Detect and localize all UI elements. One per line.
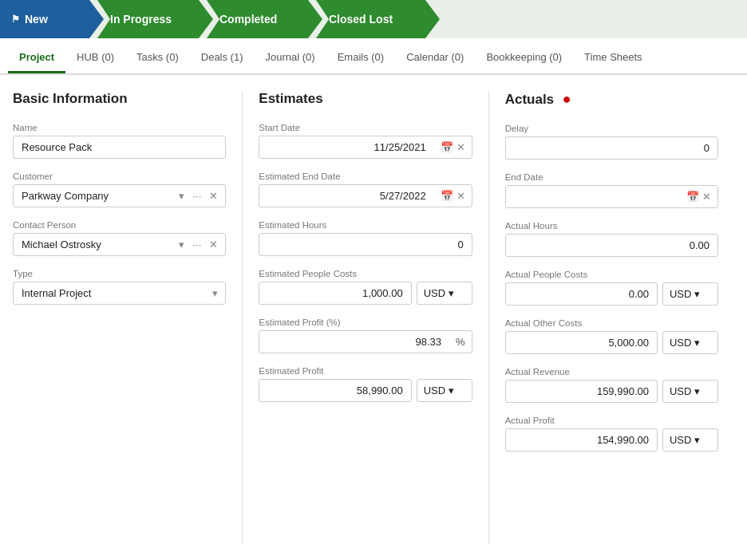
basic-info-section: Basic Information Name Customer ▾ ··· ✕ … xyxy=(13,91,242,544)
contact-ellipsis-icon[interactable]: ··· xyxy=(190,237,204,252)
est-people-costs-currency-value: USD xyxy=(424,287,445,299)
est-profit-pct-row: % xyxy=(259,330,472,353)
est-end-date-group: Estimated End Date 📅 ✕ xyxy=(259,172,472,207)
contact-actions: ▾ ··· ✕ xyxy=(172,237,225,252)
actual-profit-row: USD ▾ xyxy=(505,428,718,452)
customer-close-icon[interactable]: ✕ xyxy=(207,188,220,203)
est-profit-currency[interactable]: USD ▾ xyxy=(417,379,472,402)
end-date-close-icon[interactable]: ✕ xyxy=(702,191,711,203)
actual-other-costs-chevron-icon: ▾ xyxy=(694,337,700,349)
status-closedlost-label: Closed Lost xyxy=(329,13,393,26)
actual-profit-input[interactable] xyxy=(505,428,658,452)
est-people-costs-currency[interactable]: USD ▾ xyxy=(417,282,472,305)
flag-icon: ⚑ xyxy=(11,14,20,25)
actual-people-costs-group: Actual People Costs USD ▾ xyxy=(505,270,718,306)
est-hours-input[interactable] xyxy=(259,233,472,256)
actual-hours-input[interactable] xyxy=(505,234,718,257)
delay-label: Delay xyxy=(505,124,718,133)
actual-people-costs-label: Actual People Costs xyxy=(505,270,718,279)
est-profit-currency-value: USD xyxy=(424,385,445,396)
actual-profit-group: Actual Profit USD ▾ xyxy=(505,416,718,452)
est-people-costs-label: Estimated People Costs xyxy=(259,269,472,278)
start-date-group: Start Date 📅 ✕ xyxy=(259,123,472,159)
contact-label: Contact Person xyxy=(13,220,226,230)
actual-hours-group: Actual Hours xyxy=(505,221,718,257)
est-profit-row: USD ▾ xyxy=(259,379,472,402)
est-profit-pct-label: Estimated Profit (%) xyxy=(259,317,472,327)
delay-input[interactable] xyxy=(505,136,718,160)
start-date-icons: 📅 ✕ xyxy=(434,141,472,153)
status-new-label: New xyxy=(25,13,48,26)
actual-profit-currency[interactable]: USD ▾ xyxy=(662,428,718,452)
est-end-date-close-icon[interactable]: ✕ xyxy=(457,190,465,202)
actual-revenue-input[interactable] xyxy=(505,380,658,403)
customer-label: Customer xyxy=(13,172,226,181)
tab-hub[interactable]: HUB (0) xyxy=(65,43,125,73)
customer-input[interactable] xyxy=(14,185,172,207)
tab-journal[interactable]: Journal (0) xyxy=(255,43,326,73)
actual-other-costs-currency[interactable]: USD ▾ xyxy=(662,331,718,354)
end-date-input[interactable] xyxy=(506,186,680,207)
customer-chevron-icon[interactable]: ▾ xyxy=(176,188,187,203)
actual-people-costs-currency[interactable]: USD ▾ xyxy=(662,282,718,306)
customer-input-wrapper: ▾ ··· ✕ xyxy=(13,184,226,207)
actual-other-costs-input[interactable] xyxy=(505,331,658,354)
actual-revenue-currency-value: USD xyxy=(670,385,691,397)
est-profit-pct-group: Estimated Profit (%) % xyxy=(259,317,472,353)
est-people-costs-chevron-icon: ▾ xyxy=(449,287,454,299)
est-end-date-input[interactable] xyxy=(259,185,433,207)
actual-people-costs-chevron-icon: ▾ xyxy=(694,288,700,300)
actual-revenue-row: USD ▾ xyxy=(505,380,718,403)
est-end-date-calendar-icon[interactable]: 📅 xyxy=(441,190,453,202)
name-label: Name xyxy=(13,123,226,132)
est-people-costs-group: Estimated People Costs USD ▾ xyxy=(259,269,472,305)
status-closedlost[interactable]: Closed Lost xyxy=(316,0,440,38)
est-people-costs-row: USD ▾ xyxy=(259,282,472,305)
end-date-group: End Date 📅 ✕ xyxy=(505,172,718,208)
start-date-input[interactable] xyxy=(259,136,433,158)
actual-other-costs-currency-value: USD xyxy=(670,337,691,349)
start-date-close-icon[interactable]: ✕ xyxy=(457,141,465,153)
end-date-label: End Date xyxy=(505,172,718,182)
customer-ellipsis-icon[interactable]: ··· xyxy=(190,188,204,203)
tab-tasks[interactable]: Tasks (0) xyxy=(125,43,190,73)
tab-project[interactable]: Project xyxy=(8,43,65,73)
actual-other-costs-row: USD ▾ xyxy=(505,331,718,354)
status-completed[interactable]: Completed xyxy=(207,0,322,38)
contact-input[interactable] xyxy=(14,234,172,255)
tab-emails[interactable]: Emails (0) xyxy=(326,43,396,73)
status-completed-label: Completed xyxy=(219,13,277,26)
type-chevron-icon[interactable]: ▾ xyxy=(210,286,220,301)
tab-timesheets[interactable]: Time Sheets xyxy=(573,43,654,73)
contact-close-icon[interactable]: ✕ xyxy=(207,237,220,252)
actual-people-costs-input[interactable] xyxy=(505,282,658,306)
status-new[interactable]: ⚑ New xyxy=(0,0,104,38)
status-inprogress-label: In Progress xyxy=(110,13,172,26)
customer-actions: ▾ ··· ✕ xyxy=(172,188,225,203)
actuals-title: Actuals ● xyxy=(505,91,718,108)
actuals-indicator: ● xyxy=(563,91,571,107)
tab-deals[interactable]: Deals (1) xyxy=(190,43,255,73)
name-field-group: Name xyxy=(13,123,226,159)
end-date-calendar-icon[interactable]: 📅 xyxy=(686,191,699,203)
actual-profit-chevron-icon: ▾ xyxy=(694,434,700,446)
type-input[interactable] xyxy=(14,282,205,304)
start-date-calendar-icon[interactable]: 📅 xyxy=(441,141,453,153)
est-profit-pct-input[interactable] xyxy=(259,331,449,353)
est-profit-input[interactable] xyxy=(259,379,411,402)
est-hours-label: Estimated Hours xyxy=(259,220,472,230)
name-input[interactable] xyxy=(13,136,226,159)
actual-people-costs-row: USD ▾ xyxy=(505,282,718,306)
tab-calendar[interactable]: Calendar (0) xyxy=(395,43,475,73)
tab-bookkeeping[interactable]: Bookkeeping (0) xyxy=(475,43,573,73)
type-field-group: Type ▾ xyxy=(13,269,226,305)
est-profit-label: Estimated Profit xyxy=(259,366,472,376)
actual-revenue-group: Actual Revenue USD ▾ xyxy=(505,367,718,403)
est-people-costs-input[interactable] xyxy=(259,282,411,305)
actual-revenue-currency[interactable]: USD ▾ xyxy=(662,380,718,403)
status-inprogress[interactable]: In Progress xyxy=(97,0,213,38)
type-actions: ▾ xyxy=(205,286,225,301)
contact-chevron-icon[interactable]: ▾ xyxy=(176,237,187,252)
est-end-date-icons: 📅 ✕ xyxy=(434,190,472,202)
status-bar: ⚑ New In Progress Completed Closed Lost xyxy=(0,0,747,38)
